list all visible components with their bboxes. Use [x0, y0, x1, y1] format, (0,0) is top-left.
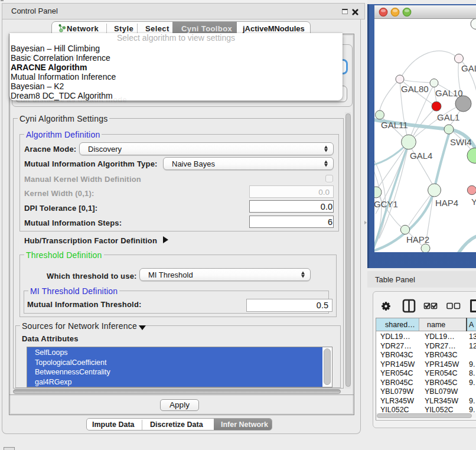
- svg-text:GCY1: GCY1: [374, 199, 398, 209]
- svg-text:Y: Y: [471, 197, 476, 207]
- svg-text:GAL1: GAL1: [437, 112, 459, 122]
- svg-text:SWI4: SWI4: [450, 137, 472, 147]
- svg-text:GAL10: GAL10: [435, 88, 463, 98]
- svg-text:GAL11: GAL11: [381, 120, 408, 130]
- svg-text:GAL80: GAL80: [401, 84, 429, 94]
- svg-text:GAL: GAL: [461, 63, 476, 73]
- svg-text:HAP4: HAP4: [435, 198, 458, 208]
- svg-text:HAP2: HAP2: [406, 234, 429, 244]
- svg-text:GAL4: GAL4: [410, 151, 432, 161]
